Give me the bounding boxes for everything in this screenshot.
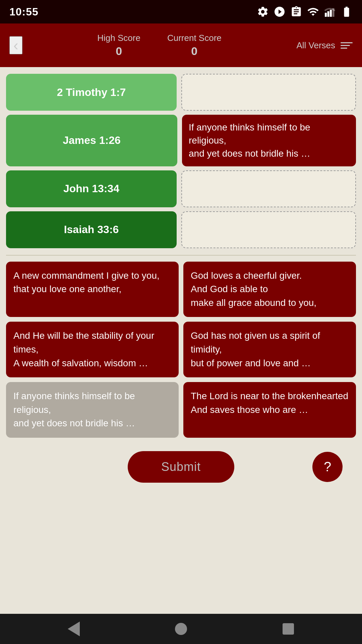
wifi-icon (307, 6, 319, 18)
current-score-label: Current Score (167, 33, 222, 43)
match-row-3: Isaiah 33:6 ​ (6, 211, 356, 248)
svg-rect-3 (333, 8, 335, 17)
current-score-block: Current Score 0 (167, 33, 222, 58)
battery-icon (341, 6, 353, 18)
high-score-block: High Score 0 (97, 33, 140, 58)
filter-icon (341, 42, 353, 49)
main-content: 2 Timothy 1:7 ​ James 1:26 If anyone thi… (0, 67, 362, 614)
back-button[interactable]: ‹ (9, 36, 22, 54)
answer-tile-3[interactable]: God has not given us a spirit of timidit… (183, 322, 356, 377)
status-icons (257, 6, 353, 18)
filter-label: All Verses (296, 40, 335, 51)
verse-text-box-0[interactable]: ​ (181, 74, 356, 111)
nav-recents-button[interactable] (278, 619, 298, 639)
verse-text-box-1[interactable]: If anyone thinks himself to be religious… (182, 115, 356, 166)
verse-text-box-3[interactable]: ​ (181, 211, 356, 248)
match-row-1: James 1:26 If anyone thinks himself to b… (6, 115, 356, 166)
hint-fab-button[interactable]: ? (312, 452, 343, 482)
verse-ref-btn-0[interactable]: 2 Timothy 1:7 (6, 74, 177, 111)
scores-container: High Score 0 Current Score 0 (29, 33, 290, 58)
nav-bar (0, 614, 362, 644)
nav-recents-icon (283, 623, 294, 635)
answer-tile-0[interactable]: A new commandment I give to you, that yo… (6, 262, 179, 317)
filter-container[interactable]: All Verses (296, 40, 353, 51)
answer-tile-1[interactable]: God loves a cheerful giver. And God is a… (183, 262, 356, 317)
matching-section: 2 Timothy 1:7 ​ James 1:26 If anyone thi… (6, 74, 356, 248)
svg-rect-2 (330, 10, 332, 17)
status-bar: 10:55 (0, 0, 362, 23)
nav-back-button[interactable] (64, 619, 84, 639)
verse-text-box-2[interactable]: ​ (181, 170, 356, 207)
submit-row: Submit ? (6, 448, 356, 493)
answer-tile-2[interactable]: And He will be the stability of your tim… (6, 322, 179, 377)
submit-button[interactable]: Submit (128, 451, 234, 483)
clipboard-icon (290, 6, 302, 18)
signal-icon (324, 6, 336, 18)
high-score-value: 0 (116, 45, 122, 58)
high-score-label: High Score (97, 33, 140, 43)
nav-back-icon (68, 622, 80, 636)
answer-tile-5[interactable]: The Lord is near to the brokenhearted An… (183, 382, 356, 438)
nav-home-icon (175, 623, 187, 635)
status-time: 10:55 (9, 6, 39, 18)
verse-ref-btn-2[interactable]: John 13:34 (6, 170, 177, 207)
section-divider (6, 255, 356, 256)
play-icon (274, 6, 286, 18)
toolbar: ‹ High Score 0 Current Score 0 All Verse… (0, 23, 362, 67)
verse-ref-btn-3[interactable]: Isaiah 33:6 (6, 211, 177, 248)
settings-icon (257, 6, 269, 18)
verse-ref-btn-1[interactable]: James 1:26 (6, 115, 177, 166)
current-score-value: 0 (191, 45, 197, 58)
match-row-2: John 13:34 ​ (6, 170, 356, 207)
answer-tile-4[interactable]: If anyone thinks himself to be religious… (6, 382, 179, 438)
nav-home-button[interactable] (171, 619, 191, 639)
svg-rect-1 (327, 11, 329, 17)
match-row-0: 2 Timothy 1:7 ​ (6, 74, 356, 111)
hint-icon: ? (324, 459, 331, 474)
answers-section: A new commandment I give to you, that yo… (6, 262, 356, 438)
svg-rect-0 (325, 13, 327, 17)
